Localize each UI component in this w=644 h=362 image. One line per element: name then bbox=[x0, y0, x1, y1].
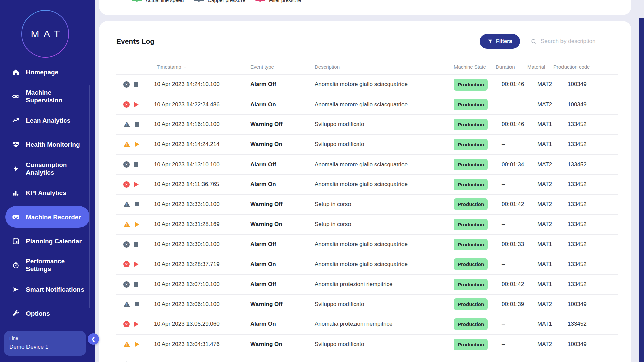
table-row[interactable]: 10 Apr 2023 13:07:10.100Alarm OffAnomali… bbox=[116, 274, 618, 294]
timestamp-cell: 10 Apr 2023 13:33:10.100 bbox=[154, 201, 250, 208]
table-row[interactable] bbox=[116, 354, 618, 362]
sidebar-item-homepage[interactable]: Homepage bbox=[0, 60, 95, 84]
column-header-production-code[interactable]: Production code bbox=[553, 64, 618, 70]
sidebar-item-health-monitoring[interactable]: Health Monitoring bbox=[0, 132, 95, 157]
table-row[interactable]: 10 Apr 2023 13:28:37.719Alarm OnAnomalia… bbox=[116, 254, 618, 274]
gauge-icon bbox=[11, 261, 20, 269]
sidebar-item-machine-supervision[interactable]: Machine Supervision bbox=[0, 84, 95, 108]
machine-state-cell: Production bbox=[454, 239, 496, 250]
event-icons bbox=[116, 181, 154, 188]
description-cell: Setup in corso bbox=[315, 201, 454, 208]
table-row[interactable]: 10 Apr 2023 14:11:36.765Alarm OnAnomalia… bbox=[116, 174, 618, 194]
legend-item-capper-pressure[interactable]: Capper pressure bbox=[194, 0, 245, 3]
device-selector-card[interactable]: Line Demo Device 1 bbox=[4, 331, 86, 356]
table-row[interactable]: 10 Apr 2023 13:31:28.169Warning OnSetup … bbox=[116, 214, 618, 234]
machine-state-cell: Production bbox=[454, 298, 496, 310]
table-row[interactable]: 10 Apr 2023 13:30:10.100Alarm OffAnomali… bbox=[116, 234, 618, 254]
funnel-icon bbox=[487, 39, 493, 44]
column-header-machine-state[interactable]: Machine State bbox=[454, 64, 496, 70]
legend-marker-icon bbox=[132, 0, 142, 1]
material-cell: MAT2 bbox=[527, 301, 553, 308]
event-icons bbox=[116, 221, 154, 227]
machine-state-badge: Production bbox=[454, 99, 488, 110]
table-row[interactable]: 10 Apr 2023 13:05:29.060Alarm OnAnomalia… bbox=[116, 314, 618, 334]
description-cell: Sviluppo modificato bbox=[315, 301, 454, 308]
legend-item-filler-pressure[interactable]: Filler pressure bbox=[255, 0, 301, 3]
calendar-icon bbox=[11, 237, 20, 245]
alarm-on-icon bbox=[123, 321, 130, 327]
sidebar-item-lean-analytics[interactable]: Lean Analytics bbox=[0, 108, 95, 132]
stop-icon bbox=[134, 162, 138, 167]
page-scrollbar-thumb[interactable] bbox=[639, 18, 644, 362]
production-code-cell: 133452 bbox=[553, 181, 618, 188]
warning-off-icon bbox=[123, 301, 130, 307]
duration-cell: 00:01:34 bbox=[496, 161, 527, 168]
sidebar-scrollbar[interactable] bbox=[89, 85, 90, 308]
material-cell: MAT2 bbox=[527, 181, 553, 188]
description-cell: Anomalia motore giallo sciacquatrice bbox=[315, 161, 454, 168]
timestamp-cell: 10 Apr 2023 14:13:10.100 bbox=[154, 161, 250, 168]
sidebar-collapse-button[interactable]: ❮ bbox=[88, 333, 99, 345]
column-header-duration[interactable]: Duration bbox=[496, 64, 527, 70]
column-header-timestamp[interactable]: Timestamp ↓ bbox=[154, 64, 250, 70]
sidebar-item-label: Smart Notifications bbox=[26, 286, 86, 293]
trend-icon bbox=[11, 116, 20, 125]
machine-state-badge: Production bbox=[454, 159, 488, 170]
event-type-cell: Alarm On bbox=[250, 261, 315, 268]
sidebar-item-smart-notifications[interactable]: Smart Notifications bbox=[0, 277, 95, 301]
search-input[interactable] bbox=[541, 38, 618, 45]
event-icons bbox=[116, 81, 154, 88]
event-type-cell: Alarm On bbox=[250, 321, 315, 327]
machine-state-cell: Production bbox=[454, 219, 496, 230]
table-header: Timestamp ↓ Event type Description Machi… bbox=[116, 61, 618, 73]
send-icon bbox=[11, 285, 20, 294]
duration-cell: – bbox=[496, 341, 527, 348]
filters-button[interactable]: Filters bbox=[480, 34, 520, 49]
machine-state-cell: Production bbox=[454, 339, 496, 350]
table-body: 10 Apr 2023 14:24:10.100Alarm OffAnomali… bbox=[116, 74, 618, 362]
event-icons bbox=[116, 161, 154, 168]
stop-icon bbox=[134, 82, 138, 87]
timestamp-cell: 10 Apr 2023 13:30:10.100 bbox=[154, 241, 250, 248]
recorder-icon bbox=[11, 213, 20, 221]
table-row[interactable]: 10 Apr 2023 14:24:10.100Alarm OffAnomali… bbox=[116, 74, 618, 95]
machine-state-cell: Production bbox=[454, 258, 496, 270]
machine-state-badge: Production bbox=[454, 298, 488, 310]
column-header-description[interactable]: Description bbox=[315, 64, 454, 70]
warning-on-icon bbox=[123, 221, 130, 227]
sidebar-item-kpi-analytics[interactable]: KPI Analytics bbox=[0, 181, 95, 205]
alarm-off-icon bbox=[123, 81, 130, 88]
sidebar-item-label: Machine Recorder bbox=[26, 213, 86, 221]
description-cell: Sviluppo modificato bbox=[315, 341, 454, 348]
legend-marker-icon bbox=[194, 0, 204, 1]
material-cell: MAT1 bbox=[527, 241, 553, 248]
home-icon bbox=[11, 68, 20, 76]
table-row[interactable]: 10 Apr 2023 14:13:10.100Alarm OffAnomali… bbox=[116, 154, 618, 174]
sidebar-item-options[interactable]: Options bbox=[0, 301, 95, 325]
sidebar-item-machine-recorder[interactable]: Machine Recorder bbox=[5, 206, 90, 228]
table-row[interactable]: 10 Apr 2023 14:14:24.214Warning OnSvilup… bbox=[116, 134, 618, 155]
event-type-cell: Warning Off bbox=[250, 301, 315, 308]
production-code-cell: 133452 bbox=[553, 161, 618, 168]
table-row[interactable]: 10 Apr 2023 13:33:10.100Warning OffSetup… bbox=[116, 194, 618, 215]
alarm-on-icon bbox=[123, 261, 130, 267]
timestamp-cell: 10 Apr 2023 14:24:10.100 bbox=[154, 81, 250, 88]
table-row[interactable]: 10 Apr 2023 13:06:10.100Warning OffSvilu… bbox=[116, 294, 618, 314]
column-header-event-type[interactable]: Event type bbox=[250, 64, 315, 70]
timestamp-cell: 10 Apr 2023 13:07:10.100 bbox=[154, 281, 250, 288]
sidebar-item-performance-settings[interactable]: Performance Settings bbox=[0, 253, 95, 277]
column-header-material[interactable]: Material bbox=[527, 64, 553, 70]
timestamp-cell: 10 Apr 2023 13:05:29.060 bbox=[154, 321, 250, 327]
legend-item-actual-line-speed[interactable]: Actual line speed bbox=[132, 0, 184, 3]
sidebar-item-planning-calendar[interactable]: Planning Calendar bbox=[0, 229, 95, 253]
legend-label: Capper pressure bbox=[208, 0, 245, 3]
machine-state-cell: Production bbox=[454, 99, 496, 110]
stop-icon bbox=[134, 282, 138, 287]
table-row[interactable]: 10 Apr 2023 14:22:24.486Alarm OnAnomalia… bbox=[116, 95, 618, 115]
table-row[interactable]: 10 Apr 2023 14:16:10.100Warning OffSvilu… bbox=[116, 114, 618, 134]
material-cell: MAT2 bbox=[527, 101, 553, 108]
sidebar-item-label: Performance Settings bbox=[26, 257, 86, 273]
sidebar-item-consumption-analytics[interactable]: Consumption Analytics bbox=[0, 157, 95, 181]
table-row[interactable]: 10 Apr 2023 13:04:31.476Warning OnSvilup… bbox=[116, 334, 618, 354]
stop-icon bbox=[135, 122, 139, 127]
